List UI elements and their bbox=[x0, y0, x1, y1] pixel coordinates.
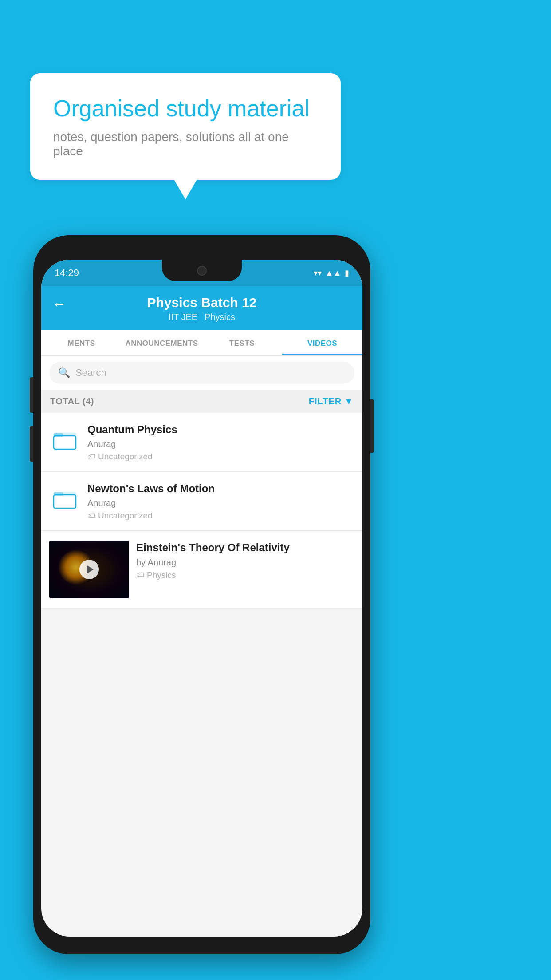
svg-rect-1 bbox=[54, 436, 76, 449]
phone-notch bbox=[162, 260, 242, 281]
video-tag: 🏷 Physics bbox=[136, 570, 354, 580]
filter-bar: TOTAL (4) FILTER ▼ bbox=[41, 390, 362, 413]
folder-icon bbox=[49, 424, 80, 455]
app-subtitle: IIT JEE Physics bbox=[169, 312, 235, 322]
folder-icon bbox=[49, 483, 80, 514]
tag-label: Uncategorized bbox=[98, 511, 153, 521]
filter-button[interactable]: FILTER ▼ bbox=[309, 396, 354, 407]
video-title: Quantum Physics bbox=[87, 423, 354, 436]
tag-iit: IIT JEE bbox=[169, 312, 197, 322]
tag-icon: 🏷 bbox=[87, 511, 95, 521]
volume-down-button bbox=[30, 426, 33, 462]
tag-label: Uncategorized bbox=[98, 452, 153, 462]
tag-label: Physics bbox=[147, 570, 176, 580]
camera-icon bbox=[197, 266, 207, 276]
list-item[interactable]: Einstein's Theory Of Relativity by Anura… bbox=[41, 531, 362, 609]
tab-tests[interactable]: TESTS bbox=[202, 330, 282, 355]
wifi-icon: ▾▾ bbox=[314, 268, 322, 278]
signal-icon: ▲▲ bbox=[325, 269, 341, 278]
search-input[interactable]: Search bbox=[75, 367, 106, 379]
phone-frame: 14:29 ▾▾ ▲▲ ▮ ← Physics Batch 12 IIT JEE… bbox=[33, 235, 370, 954]
search-input-wrap[interactable]: 🔍 Search bbox=[49, 362, 354, 384]
status-time: 14:29 bbox=[55, 267, 79, 279]
play-button[interactable] bbox=[79, 560, 99, 579]
video-title: Einstein's Theory Of Relativity bbox=[136, 541, 354, 554]
volume-up-button bbox=[30, 377, 33, 413]
video-tag: 🏷 Uncategorized bbox=[87, 452, 354, 462]
filter-icon: ▼ bbox=[344, 396, 354, 407]
tab-videos[interactable]: VIDEOS bbox=[282, 330, 362, 355]
list-item[interactable]: Newton's Laws of Motion Anurag 🏷 Uncateg… bbox=[41, 472, 362, 531]
status-icons: ▾▾ ▲▲ ▮ bbox=[314, 268, 349, 278]
play-triangle-icon bbox=[87, 565, 94, 574]
video-title: Newton's Laws of Motion bbox=[87, 482, 354, 495]
total-count: TOTAL (4) bbox=[50, 396, 94, 407]
list-item[interactable]: Quantum Physics Anurag 🏷 Uncategorized bbox=[41, 413, 362, 472]
video-author: Anurag bbox=[87, 439, 354, 449]
video-author: Anurag bbox=[87, 498, 354, 508]
bubble-subtitle: notes, question papers, solutions all at… bbox=[53, 130, 318, 158]
speech-bubble: Organised study material notes, question… bbox=[30, 73, 341, 180]
search-icon: 🔍 bbox=[58, 367, 70, 379]
svg-rect-4 bbox=[54, 495, 76, 508]
power-button bbox=[370, 399, 374, 453]
svg-rect-5 bbox=[54, 492, 63, 496]
tab-announcements[interactable]: ANNOUNCEMENTS bbox=[122, 330, 202, 355]
tag-icon: 🏷 bbox=[136, 570, 144, 580]
tag-physics: Physics bbox=[205, 312, 235, 322]
search-bar: 🔍 Search bbox=[41, 356, 362, 390]
svg-rect-2 bbox=[54, 433, 63, 437]
video-info: Quantum Physics Anurag 🏷 Uncategorized bbox=[87, 423, 354, 462]
battery-icon: ▮ bbox=[345, 268, 349, 278]
tag-icon: 🏷 bbox=[87, 452, 95, 462]
video-thumbnail bbox=[49, 541, 129, 598]
tabs-bar: MENTS ANNOUNCEMENTS TESTS VIDEOS bbox=[41, 330, 362, 356]
video-info: Newton's Laws of Motion Anurag 🏷 Uncateg… bbox=[87, 482, 354, 521]
back-button[interactable]: ← bbox=[52, 296, 66, 312]
phone-screen: 14:29 ▾▾ ▲▲ ▮ ← Physics Batch 12 IIT JEE… bbox=[41, 260, 362, 937]
filter-label: FILTER bbox=[309, 396, 342, 407]
video-info: Einstein's Theory Of Relativity by Anura… bbox=[136, 541, 354, 580]
app-header: ← Physics Batch 12 IIT JEE Physics bbox=[41, 286, 362, 330]
video-tag: 🏷 Uncategorized bbox=[87, 511, 354, 521]
bubble-title: Organised study material bbox=[53, 95, 318, 122]
app-title: Physics Batch 12 bbox=[147, 295, 257, 310]
video-author: by Anurag bbox=[136, 557, 354, 568]
video-list: Quantum Physics Anurag 🏷 Uncategorized bbox=[41, 413, 362, 609]
tab-ments[interactable]: MENTS bbox=[41, 330, 122, 355]
